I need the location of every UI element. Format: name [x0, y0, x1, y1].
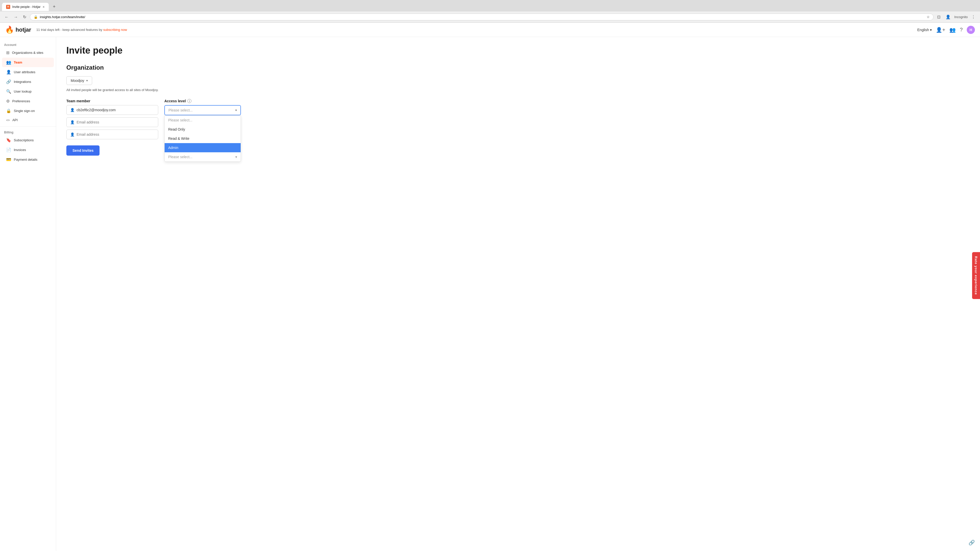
email-field-1[interactable] — [76, 108, 154, 112]
tab-title: Invite people - Hotjar — [12, 5, 41, 9]
person-icon-1: 👤 — [70, 108, 75, 112]
tab-favicon: H — [6, 5, 10, 9]
sidebar-item-label: Preferences — [12, 99, 30, 103]
sso-icon: 🔒 — [6, 108, 11, 113]
sidebar-item-api[interactable]: <> API — [2, 116, 54, 124]
browser-nav: ← → ↻ 🔒 ☆ ⊡ 👤 Incognito ⋮ — [0, 11, 980, 22]
dropdown-option-read-write[interactable]: Read & Write — [165, 134, 241, 143]
sidebar-item-label: Organizations & sites — [12, 51, 43, 55]
rate-experience-sidebar[interactable]: Rate your experience — [972, 252, 980, 299]
language-chevron: ▾ — [930, 28, 932, 32]
sidebar-item-label: User attributes — [14, 70, 35, 74]
access-info-icon[interactable]: i — [187, 99, 191, 103]
sidebar-item-integrations[interactable]: 🔗 Integrations — [2, 77, 54, 86]
user-lookup-icon: 🔍 — [6, 89, 11, 94]
incognito-label: Incognito — [954, 15, 968, 19]
sidebar-item-sso[interactable]: 🔒 Single sign-on — [2, 106, 54, 116]
app-header: 🔥 hotjar 11 trial days left - keep advan… — [0, 23, 980, 37]
logo-text: hotjar — [16, 27, 31, 33]
sidebar-item-payment[interactable]: 💳 Payment details — [2, 155, 54, 164]
menu-button[interactable]: ⋮ — [970, 14, 977, 21]
trial-text: 11 trial days left - keep advanced featu… — [36, 28, 102, 32]
user-attributes-icon: 👤 — [6, 70, 11, 75]
subscribing-link[interactable]: subscribing now — [103, 28, 127, 32]
browser-actions: ⊡ 👤 Incognito ⋮ — [935, 14, 977, 21]
sidebar-item-label: API — [12, 118, 18, 122]
active-tab[interactable]: H Invite people - Hotjar × — [2, 3, 49, 11]
payment-icon: 💳 — [6, 157, 11, 162]
browser-chrome: H Invite people - Hotjar × + ← → ↻ 🔒 ☆ ⊡… — [0, 0, 980, 23]
sidebar-item-invoices[interactable]: 📄 Invoices — [2, 145, 54, 155]
access-level-col: Access level i Please select... ▾ Please… — [164, 99, 241, 115]
dropdown-menu: Please select... Read Only Read & Write … — [164, 115, 241, 162]
extensions-button[interactable]: ⊡ — [935, 14, 942, 21]
subscriptions-icon: 🔖 — [6, 138, 11, 143]
language-label: English — [917, 28, 929, 32]
help-icon[interactable]: ? — [960, 27, 963, 33]
person-icon-3: 👤 — [70, 132, 75, 137]
tab-close[interactable]: × — [43, 5, 45, 9]
invoices-icon: 📄 — [6, 148, 11, 152]
main-content: Invite people Organization Moodjoy ▾ All… — [56, 37, 980, 551]
email-input-3[interactable]: 👤 — [66, 130, 158, 139]
api-icon: <> — [6, 118, 10, 122]
link-icon[interactable]: 🔗 — [969, 540, 975, 546]
forward-button[interactable]: → — [12, 14, 19, 21]
billing-section-label: Billing — [0, 129, 56, 135]
preferences-icon: ⚙ — [6, 99, 10, 103]
section-title: Organization — [66, 64, 970, 71]
email-field-3[interactable] — [76, 132, 154, 137]
profile-button[interactable]: 👤 — [944, 14, 952, 21]
lock-icon: 🔒 — [34, 15, 38, 19]
sidebar-item-label: Subscriptions — [14, 138, 34, 142]
sidebar-item-preferences[interactable]: ⚙ Preferences — [2, 97, 54, 106]
user-avatar[interactable]: H — [967, 26, 975, 34]
organizations-icon: ⊞ — [6, 50, 10, 55]
back-button[interactable]: ← — [3, 14, 10, 21]
new-tab-button[interactable]: + — [50, 2, 59, 11]
dropdown-option-placeholder[interactable]: Please select... — [165, 116, 241, 125]
send-invites-button[interactable]: Send Invites — [66, 145, 100, 156]
chevron-icon: ▾ — [235, 155, 237, 159]
org-chevron: ▾ — [86, 79, 88, 83]
access-level-label: Access level i — [164, 99, 241, 103]
trial-banner: 11 trial days left - keep advanced featu… — [36, 28, 917, 32]
dropdown-option-admin[interactable]: Admin — [165, 143, 241, 152]
tab-bar: H Invite people - Hotjar × + — [0, 0, 980, 11]
dropdown-option-read-only[interactable]: Read Only — [165, 125, 241, 134]
star-icon[interactable]: ☆ — [927, 15, 930, 19]
integrations-icon: 🔗 — [6, 79, 11, 84]
language-selector[interactable]: English ▾ — [917, 28, 932, 32]
email-input-1[interactable]: 👤 — [66, 105, 158, 115]
sidebar-item-label: Integrations — [14, 80, 31, 84]
sidebar-divider — [0, 126, 56, 127]
address-input[interactable] — [40, 15, 924, 19]
add-user-icon[interactable]: 👤+ — [936, 27, 945, 33]
email-field-2[interactable] — [76, 120, 154, 124]
logo[interactable]: 🔥 hotjar — [5, 25, 31, 34]
form-row: Team member 👤 👤 👤 — [66, 99, 970, 139]
sidebar: Account ⊞ Organizations & sites 👥 Team 👤… — [0, 37, 56, 551]
sidebar-item-label: User lookup — [14, 89, 32, 94]
sidebar-item-label: Payment details — [14, 158, 38, 162]
team-member-label: Team member — [66, 99, 158, 103]
sidebar-item-organizations[interactable]: ⊞ Organizations & sites — [2, 48, 54, 57]
account-section-label: Account — [0, 41, 56, 48]
sidebar-item-subscriptions[interactable]: 🔖 Subscriptions — [2, 135, 54, 145]
dropdown-option-placeholder2[interactable]: Please select... ▾ — [165, 152, 241, 162]
header-right: English ▾ 👤+ 👥 ? H — [917, 26, 975, 34]
email-input-2[interactable]: 👤 — [66, 118, 158, 127]
sidebar-item-team[interactable]: 👥 Team — [2, 58, 54, 67]
org-name: Moodjoy — [71, 79, 84, 83]
sidebar-item-user-lookup[interactable]: 🔍 User lookup — [2, 87, 54, 96]
app-body: Account ⊞ Organizations & sites 👥 Team 👤… — [0, 37, 980, 551]
invite-icon[interactable]: 👥 — [950, 27, 956, 33]
org-dropdown[interactable]: Moodjoy ▾ — [66, 76, 92, 85]
access-chevron: ▾ — [235, 108, 237, 112]
reload-button[interactable]: ↻ — [21, 14, 28, 21]
access-dropdown[interactable]: Please select... ▾ — [164, 105, 241, 115]
access-dropdown-value: Please select... — [169, 108, 192, 112]
sidebar-item-label: Team — [14, 60, 22, 64]
sidebar-item-user-attributes[interactable]: 👤 User attributes — [2, 67, 54, 77]
address-bar[interactable]: 🔒 ☆ — [30, 14, 934, 21]
